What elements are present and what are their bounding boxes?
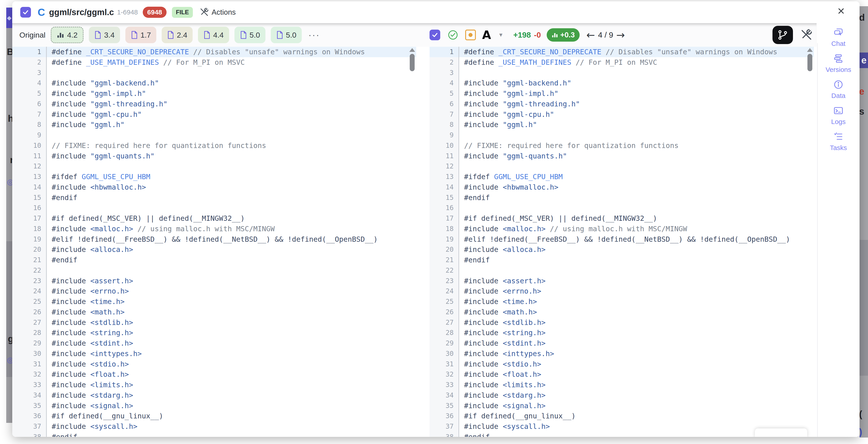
background-text-fragment: ) [860, 427, 862, 437]
line-number: 12 [430, 161, 459, 171]
code-line: 23#include <assert.h> [12, 276, 416, 286]
code-text: #include <string.h> [47, 327, 133, 338]
code-text: #include <stdio.h> [47, 359, 129, 370]
line-number: 11 [430, 151, 459, 161]
code-line: 15#endif [430, 192, 814, 203]
background-purple-widget: ◆ [6, 7, 12, 28]
file-icon [203, 31, 211, 39]
version-chip-4.2-0[interactable]: 4.2 [51, 27, 84, 43]
code-line: 9 [430, 130, 814, 140]
code-text: #include "ggml-impl.h" [459, 88, 558, 99]
scroll-up-icon[interactable] [409, 48, 415, 52]
original-scrollbar[interactable] [409, 48, 415, 71]
background-text-fragment: ◎ [7, 178, 12, 186]
score-value: +0.3 [560, 31, 575, 39]
revised-scrollbar[interactable] [807, 48, 813, 71]
file-select-checkbox[interactable] [20, 7, 31, 18]
background-text-fragment: h [8, 114, 12, 123]
line-number: 31 [12, 359, 47, 370]
code-line: 2#define _USE_MATH_DEFINES // For M_PI o… [12, 57, 416, 68]
file-path-title: ggml/src/ggml.c [49, 7, 114, 17]
code-text: #define _USE_MATH_DEFINES // For M_PI on… [47, 57, 245, 68]
code-line: 9 [12, 130, 416, 140]
line-number: 24 [12, 286, 47, 296]
version-chip-value: 4.4 [213, 31, 223, 39]
close-button[interactable]: × [834, 4, 848, 18]
code-line: 19#elif !defined(__FreeBSD__) && !define… [430, 234, 814, 245]
background-text-fragment: B [7, 47, 12, 57]
code-text: // FIXME: required here for quantization… [459, 140, 679, 151]
sidebar-item-data[interactable]: Data [831, 79, 845, 99]
line-number: 30 [12, 349, 47, 359]
model-logo-icon[interactable]: A [482, 29, 491, 41]
git-branch-button[interactable] [772, 26, 793, 44]
sidebar-item-label: Chat [831, 40, 845, 47]
version-chip-1.7-2[interactable]: 1.7 [125, 27, 156, 43]
diff-tools-button[interactable] [800, 29, 812, 41]
prev-diff-button[interactable]: ← [586, 29, 595, 41]
background-text-fragment: ( [860, 410, 862, 419]
code-text: // FIXME: required here for quantization… [47, 140, 266, 151]
line-number: 1 [12, 47, 47, 57]
sidebar-item-tasks[interactable]: Tasks [830, 131, 847, 152]
revision-select-checkbox[interactable] [430, 30, 440, 40]
code-text: #include <float.h> [459, 369, 541, 380]
code-text: #include "ggml-impl.h" [47, 88, 146, 99]
code-line: 25#include <time.h> [430, 296, 814, 307]
code-line: 16 [430, 203, 814, 213]
status-check-icon[interactable] [448, 30, 458, 40]
line-number: 12 [12, 161, 47, 171]
background-text-fragment: d [860, 13, 865, 22]
version-chip-2.4-3[interactable]: 2.4 [162, 27, 193, 43]
scrollbar-thumb[interactable] [807, 54, 812, 71]
code-text: #endif [459, 432, 490, 437]
code-text: #include <malloc.h> // using malloc.h wi… [47, 224, 275, 234]
floating-bottom-tab[interactable] [755, 429, 807, 437]
line-number: 26 [430, 307, 459, 317]
next-diff-button[interactable]: → [616, 29, 625, 41]
more-versions-button[interactable]: ··· [308, 30, 320, 40]
version-chip-4.4-4[interactable]: 4.4 [198, 27, 229, 43]
code-text: #endif [47, 192, 78, 203]
line-number: 24 [430, 286, 459, 296]
code-text: #include <stdlib.h> [459, 317, 546, 328]
code-text: #endif [459, 192, 490, 203]
version-chip-5.0-6[interactable]: 5.0 [271, 27, 302, 43]
code-text: #include <time.h> [47, 296, 125, 307]
chevron-down-icon[interactable]: ▼ [498, 32, 503, 38]
line-number: 14 [430, 182, 459, 192]
line-number: 15 [12, 192, 47, 203]
scrollbar-thumb[interactable] [410, 54, 415, 71]
terminal-icon [833, 105, 844, 116]
code-text: #if defined(_MSC_VER) || defined(__MINGW… [459, 213, 657, 224]
line-number: 18 [12, 224, 47, 234]
original-code-pane: 1#define _CRT_SECURE_NO_DEPRECATE // Dis… [12, 47, 416, 437]
score-badge[interactable]: +0.3 [547, 28, 580, 42]
version-chip-5.0-5[interactable]: 5.0 [235, 27, 266, 43]
version-chip-3.4-1[interactable]: 3.4 [89, 27, 120, 43]
line-number: 34 [430, 390, 459, 401]
check-icon [431, 31, 438, 38]
line-number: 18 [430, 224, 459, 234]
line-number: 10 [430, 140, 459, 151]
sidebar-item-versions[interactable]: Versions [826, 53, 851, 73]
scroll-up-icon[interactable] [807, 48, 813, 52]
line-number: 5 [12, 88, 47, 99]
code-line: 6#include "ggml-threading.h" [12, 99, 416, 109]
code-line: 20#include <alloca.h> [430, 244, 814, 255]
code-line: 14#include <hbwmalloc.h> [430, 182, 814, 192]
sidebar-item-logs[interactable]: Logs [831, 105, 845, 126]
status-dot-icon[interactable] [465, 30, 476, 40]
right-sidebar: Chat Versions Data Logs [817, 1, 860, 437]
code-line: 16 [12, 203, 416, 213]
line-number: 16 [12, 203, 47, 213]
chat-icon [833, 27, 844, 38]
sidebar-item-chat[interactable]: Chat [831, 27, 845, 47]
code-text: #ifdef GGML_USE_CPU_HBM [47, 171, 150, 182]
code-text: #include <errno.h> [459, 286, 541, 296]
code-line: 12 [430, 161, 814, 171]
code-text: #include <float.h> [47, 369, 129, 380]
actions-button[interactable]: Actions [199, 7, 236, 17]
line-number: 9 [430, 130, 459, 140]
code-text: #include <time.h> [459, 296, 537, 307]
